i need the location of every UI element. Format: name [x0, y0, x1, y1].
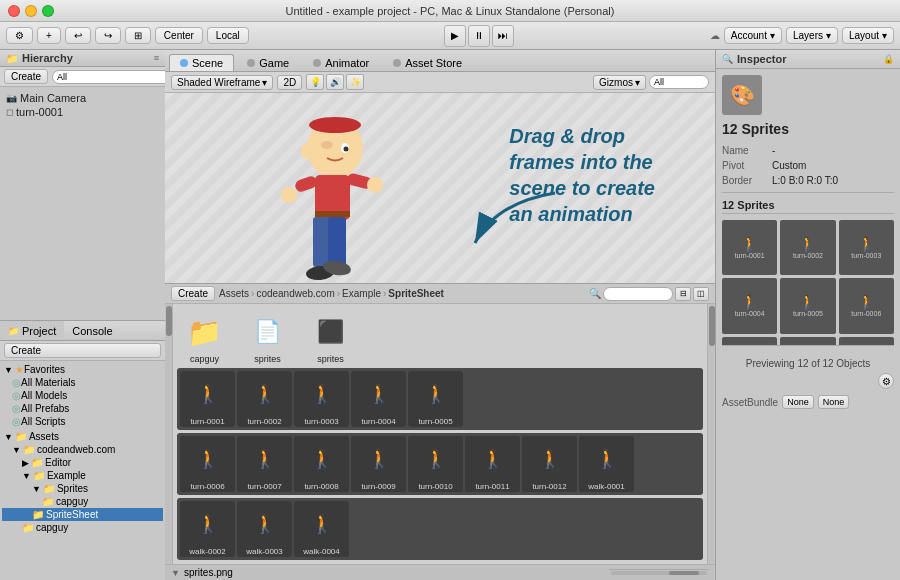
example-node[interactable]: ▼ 📁 Example	[2, 469, 163, 482]
audio-toggle[interactable]: 🔊	[326, 74, 344, 90]
asset-bundle-none1[interactable]: None	[782, 395, 814, 409]
codeandweb-node[interactable]: ▼ 📁 codeandweb.com	[2, 443, 163, 456]
inspector-top: 🎨 12 Sprites Name - Pivot Custom Border …	[722, 75, 894, 345]
sprites-node[interactable]: ▼ 📁 Sprites	[2, 482, 163, 495]
add-button[interactable]: +	[37, 27, 61, 44]
editor-node[interactable]: ▶ 📁 Editor	[2, 456, 163, 469]
window-controls[interactable]	[8, 5, 54, 17]
editor-expand-icon: ▶	[22, 458, 29, 468]
layers-dropdown[interactable]: Layers ▾	[786, 27, 838, 44]
hierarchy-item-main-camera[interactable]: 📷 Main Camera	[4, 91, 161, 105]
breadcrumb-example[interactable]: Example	[342, 288, 381, 299]
asset-view-toggle[interactable]: ⊟	[675, 287, 691, 301]
inspector-sprite-4[interactable]: 🚶 turn-0004	[722, 278, 777, 333]
sprite-walk-0002[interactable]: 🚶 walk-0002	[180, 501, 235, 557]
asset-left-scrollbar[interactable]	[165, 304, 173, 564]
light-toggle[interactable]: 💡	[306, 74, 324, 90]
layout-grid-button[interactable]: ⊞	[125, 27, 151, 44]
sprite-turn-0011[interactable]: 🚶 turn-0011	[465, 436, 520, 492]
scrollbar-thumb	[669, 571, 699, 575]
inspector-gear-button[interactable]: ⚙	[878, 373, 894, 389]
asset-grid: 📁 capguy 📄 sprites ⬛ sprites	[173, 304, 707, 564]
tab-animator[interactable]: Animator	[302, 54, 380, 71]
inspector-sprite-7[interactable]: 🚶 turn-0007	[722, 337, 777, 345]
2d-toggle[interactable]: 2D	[277, 75, 302, 90]
inspector-sprite-8[interactable]: 🚶 turn-0008	[780, 337, 835, 345]
all-prefabs-node[interactable]: ◎ All Prefabs	[2, 402, 163, 415]
sprite-turn-0004[interactable]: 🚶 turn-0004	[351, 371, 406, 427]
breadcrumb-codeandweb[interactable]: codeandweb.com	[256, 288, 334, 299]
inspector-sprite-5[interactable]: 🚶 turn-0005	[780, 278, 835, 333]
scene-search-input[interactable]	[649, 75, 709, 89]
sprite-walk-0003[interactable]: 🚶 walk-0003	[237, 501, 292, 557]
inspector-sprite-1[interactable]: 🚶 turn-0001	[722, 220, 777, 275]
asset-search-input[interactable]	[603, 287, 673, 301]
account-dropdown[interactable]: Account ▾	[724, 27, 782, 44]
assets-node[interactable]: ▼ 📁 Assets	[2, 430, 163, 443]
tab-project[interactable]: 📁 Project	[0, 321, 64, 340]
all-models-node[interactable]: ◎ All Models	[2, 389, 163, 402]
fx-toggle[interactable]: ✨	[346, 74, 364, 90]
tab-scene[interactable]: Scene	[169, 54, 234, 71]
horizontal-scrollbar[interactable]	[609, 569, 709, 577]
sprites-file-2[interactable]: ⬛ sprites	[303, 312, 358, 364]
close-button[interactable]	[8, 5, 20, 17]
sprite-turn-0006[interactable]: 🚶 turn-0006	[180, 436, 235, 492]
tab-asset-store[interactable]: Asset Store	[382, 54, 473, 71]
scene-viewport[interactable]: Drag & drop frames into the scene to cre…	[165, 93, 715, 283]
hierarchy-item-turn0001[interactable]: ◻ turn-0001	[4, 105, 161, 119]
sprite-walk-0004[interactable]: 🚶 walk-0004	[294, 501, 349, 557]
spritesheet-node[interactable]: 📁 SpriteSheet	[2, 508, 163, 521]
sprites-file-1[interactable]: 📄 sprites	[240, 312, 295, 364]
capguy-folder[interactable]: 📁 capguy	[177, 312, 232, 364]
unity-menu-button[interactable]: ⚙	[6, 27, 33, 44]
sprite-turn-0012[interactable]: 🚶 turn-0012	[522, 436, 577, 492]
tab-game[interactable]: Game	[236, 54, 300, 71]
capguy-node[interactable]: 📁 capguy	[2, 521, 163, 534]
maximize-button[interactable]	[42, 5, 54, 17]
asset-filter-button[interactable]: ◫	[693, 287, 709, 301]
inspector-sprite-9[interactable]: 🚶 turn-0009	[839, 337, 894, 345]
inspector-sprite-6[interactable]: 🚶 turn-0006	[839, 278, 894, 333]
sprite-turn-0003[interactable]: 🚶 turn-0003	[294, 371, 349, 427]
sprite-walk-0001[interactable]: 🚶 walk-0001	[579, 436, 634, 492]
pause-button[interactable]: ⏸	[468, 25, 490, 47]
sprite-turn-0007[interactable]: 🚶 turn-0007	[237, 436, 292, 492]
inspector-lock-icon[interactable]: 🔒	[883, 54, 894, 64]
layers-label: Layers	[793, 30, 823, 41]
collapse-icon[interactable]: ▼	[171, 568, 180, 578]
hierarchy-options-icon[interactable]: ≡	[154, 53, 159, 63]
favorites-node[interactable]: ▼ ★ Favorites	[2, 363, 163, 376]
all-materials-node[interactable]: ◎ All Materials	[2, 376, 163, 389]
breadcrumb-spritesheet[interactable]: SpriteSheet	[388, 288, 444, 299]
asset-create-button[interactable]: Create	[171, 286, 215, 301]
shaded-wireframe-dropdown[interactable]: Shaded Wireframe ▾	[171, 75, 273, 90]
sprite-turn-0008[interactable]: 🚶 turn-0008	[294, 436, 349, 492]
center-button[interactable]: Center	[155, 27, 203, 44]
tab-console[interactable]: Console	[64, 321, 120, 340]
sprite-turn-0009[interactable]: 🚶 turn-0009	[351, 436, 406, 492]
sprite-turn-0005[interactable]: 🚶 turn-0005	[408, 371, 463, 427]
breadcrumb-assets[interactable]: Assets	[219, 288, 249, 299]
step-button[interactable]: ⏭	[492, 25, 514, 47]
project-create-button[interactable]: Create	[4, 343, 161, 358]
inspector-sprite-3[interactable]: 🚶 turn-0003	[839, 220, 894, 275]
asset-browser: Create Assets › codeandweb.com › Example…	[165, 283, 715, 580]
sprite-turn-0010[interactable]: 🚶 turn-0010	[408, 436, 463, 492]
undo-button[interactable]: ↩	[65, 27, 91, 44]
asset-bundle-none2[interactable]: None	[818, 395, 850, 409]
hierarchy-create-button[interactable]: Create	[4, 69, 48, 84]
capguy-sprites-node[interactable]: 📁 capguy	[2, 495, 163, 508]
sprite-turn-0002[interactable]: 🚶 turn-0002	[237, 371, 292, 427]
asset-right-scrollbar[interactable]	[707, 304, 715, 564]
layout-dropdown[interactable]: Layout ▾	[842, 27, 894, 44]
all-scripts-node[interactable]: ◎ All Scripts	[2, 415, 163, 428]
redo-button[interactable]: ↪	[95, 27, 121, 44]
play-button[interactable]: ▶	[444, 25, 466, 47]
local-button[interactable]: Local	[207, 27, 249, 44]
sprite-turn-0001[interactable]: 🚶 turn-0001	[180, 371, 235, 427]
hierarchy-search-input[interactable]	[52, 70, 174, 84]
minimize-button[interactable]	[25, 5, 37, 17]
inspector-sprite-2[interactable]: 🚶 turn-0002	[780, 220, 835, 275]
gizmos-dropdown[interactable]: Gizmos ▾	[593, 75, 646, 90]
